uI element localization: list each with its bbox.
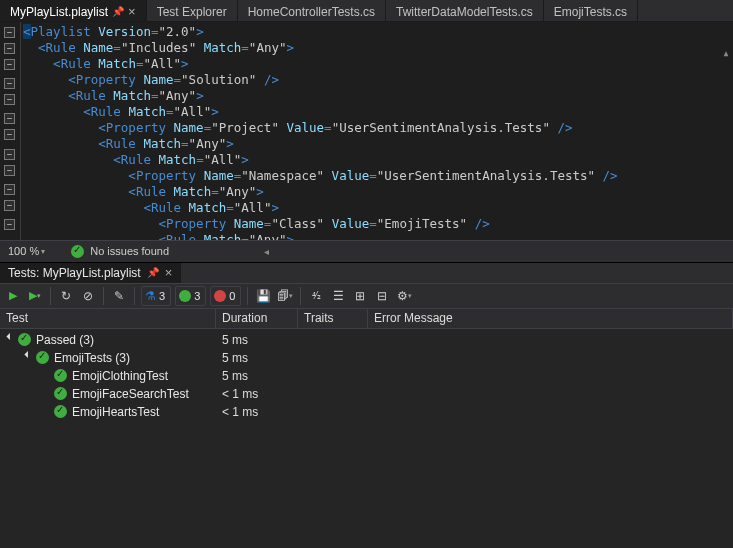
editor-tab[interactable]: EmojiTests.cs — [544, 0, 638, 21]
test-duration: 5 ms — [216, 369, 298, 383]
tests-toolbar: ▶ ▶▾ ↻ ⊘ ✎ ⚗ 3 3 0 💾 🗐▾ ⁴⁄₂ ☰ ⊞ ⊟ ⚙▾ — [0, 283, 733, 309]
code-line[interactable]: <Rule Match="Any"> — [23, 88, 733, 104]
expand-toggle[interactable] — [6, 335, 16, 345]
pin-icon[interactable]: 📌 — [112, 6, 124, 17]
fold-toggle[interactable]: − — [4, 94, 15, 105]
clear-results-button[interactable]: ⊘ — [79, 286, 97, 306]
scroll-left-icon[interactable]: ◂ — [260, 245, 272, 259]
fold-toggle[interactable]: − — [4, 219, 15, 230]
expand-toggle[interactable] — [24, 353, 34, 363]
settings-button[interactable]: ⚙▾ — [395, 286, 413, 306]
fold-toggle[interactable]: − — [4, 43, 15, 54]
test-row[interactable]: EmojiHeartsTest< 1 ms — [0, 403, 733, 421]
pass-icon — [54, 387, 67, 400]
total-count: 3 — [159, 290, 165, 302]
save-button[interactable]: 💾 — [254, 286, 272, 306]
fold-gutter: −−−−−−−−−−−− — [0, 22, 20, 240]
code-line[interactable]: <Playlist Version="2.0"> — [23, 24, 733, 40]
col-traits-header[interactable]: Traits — [298, 309, 368, 328]
test-row[interactable]: EmojiClothingTest5 ms — [0, 367, 733, 385]
tab-label: MyPlayList.playlist — [10, 5, 108, 19]
fold-toggle[interactable]: − — [4, 184, 15, 195]
editor-tab[interactable]: TwitterDataModelTests.cs — [386, 0, 544, 21]
tab-label: Test Explorer — [157, 5, 227, 19]
fold-toggle[interactable]: − — [4, 149, 15, 160]
failed-tests-pill[interactable]: 0 — [210, 286, 241, 306]
flask-icon: ⚗ — [145, 289, 156, 303]
editor-status-bar: 100 % ▾ No issues found ◂ — [0, 240, 733, 262]
fold-toggle[interactable]: − — [4, 129, 15, 140]
tab-label: EmojiTests.cs — [554, 5, 627, 19]
issues-text: No issues found — [90, 245, 169, 257]
group-by-button[interactable]: ☰ — [329, 286, 347, 306]
check-icon — [71, 245, 84, 258]
code-line[interactable]: <Property Name="Class" Value="EmojiTests… — [23, 216, 733, 232]
code-line[interactable]: <Rule Name="Includes" Match="Any"> — [23, 40, 733, 56]
test-row[interactable]: Passed (3)5 ms — [0, 331, 733, 349]
tab-label: TwitterDataModelTests.cs — [396, 5, 533, 19]
fold-toggle[interactable]: − — [4, 59, 15, 70]
editor-tab[interactable]: MyPlayList.playlist📌× — [0, 0, 147, 21]
fold-toggle[interactable]: − — [4, 200, 15, 211]
issues-status[interactable]: No issues found — [71, 245, 169, 258]
tests-tab-label: Tests: MyPlayList.playlist — [8, 266, 141, 280]
test-duration: 5 ms — [216, 333, 298, 347]
playlist-button[interactable]: 🗐▾ — [276, 286, 294, 306]
test-duration: < 1 ms — [216, 405, 298, 419]
fold-toggle[interactable]: − — [4, 78, 15, 89]
test-label: Passed (3) — [36, 333, 94, 347]
scroll-up-icon[interactable]: ▴ — [719, 46, 733, 60]
close-icon[interactable]: × — [165, 265, 173, 280]
zoom-level[interactable]: 100 % ▾ — [0, 245, 53, 257]
col-duration-header[interactable]: Duration — [216, 309, 298, 328]
passed-count: 3 — [194, 290, 200, 302]
pass-icon — [54, 405, 67, 418]
code-editor[interactable]: −−−−−−−−−−−− <Playlist Version="2.0"> <R… — [0, 22, 733, 240]
tests-pane-tab[interactable]: Tests: MyPlayList.playlist 📌 × — [0, 263, 181, 283]
fold-toggle[interactable]: − — [4, 27, 15, 38]
collapse-button[interactable]: ⊟ — [373, 286, 391, 306]
fold-toggle[interactable]: − — [4, 165, 15, 176]
test-row[interactable]: EmojiTests (3)5 ms — [0, 349, 733, 367]
pass-icon — [54, 369, 67, 382]
pass-icon — [179, 290, 191, 302]
edit-playlist-button[interactable]: ✎ — [110, 286, 128, 306]
code-line[interactable]: <Rule Match="All"> — [23, 200, 733, 216]
code-line[interactable]: <Property Name="Solution" /> — [23, 72, 733, 88]
failed-count: 0 — [229, 290, 235, 302]
run-button[interactable]: ▶▾ — [26, 286, 44, 306]
pass-icon — [36, 351, 49, 364]
code-line[interactable]: <Rule Match="All"> — [23, 152, 733, 168]
profile-button[interactable]: ⁴⁄₂ — [307, 286, 325, 306]
results-grid-header: Test Duration Traits Error Message — [0, 309, 733, 329]
code-area[interactable]: <Playlist Version="2.0"> <Rule Name="Inc… — [20, 22, 733, 240]
test-label: EmojiFaceSearchTest — [72, 387, 189, 401]
code-line[interactable]: <Rule Match="Any"> — [23, 232, 733, 240]
test-results-tree[interactable]: Passed (3)5 msEmojiTests (3)5 msEmojiClo… — [0, 329, 733, 549]
expand-button[interactable]: ⊞ — [351, 286, 369, 306]
passed-tests-pill[interactable]: 3 — [175, 286, 206, 306]
editor-tab[interactable]: HomeControllerTests.cs — [238, 0, 386, 21]
chevron-down-icon: ▾ — [41, 247, 45, 256]
code-line[interactable]: <Rule Match="All"> — [23, 56, 733, 72]
code-line[interactable]: <Rule Match="Any"> — [23, 136, 733, 152]
code-line[interactable]: <Property Name="Namespace" Value="UserSe… — [23, 168, 733, 184]
col-test-header[interactable]: Test — [0, 309, 216, 328]
editor-tab[interactable]: Test Explorer — [147, 0, 238, 21]
repeat-button[interactable]: ↻ — [57, 286, 75, 306]
editor-tab-bar: MyPlayList.playlist📌×Test ExplorerHomeCo… — [0, 0, 733, 22]
code-line[interactable]: <Rule Match="All"> — [23, 104, 733, 120]
run-all-button[interactable]: ▶ — [4, 286, 22, 306]
test-duration: < 1 ms — [216, 387, 298, 401]
code-line[interactable]: <Rule Match="Any"> — [23, 184, 733, 200]
test-label: EmojiTests (3) — [54, 351, 130, 365]
col-error-header[interactable]: Error Message — [368, 309, 733, 328]
total-tests-pill[interactable]: ⚗ 3 — [141, 286, 171, 306]
pin-icon[interactable]: 📌 — [147, 267, 159, 278]
close-icon[interactable]: × — [128, 4, 136, 19]
zoom-value: 100 % — [8, 245, 39, 257]
fold-toggle[interactable]: − — [4, 113, 15, 124]
test-duration: 5 ms — [216, 351, 298, 365]
code-line[interactable]: <Property Name="Project" Value="UserSent… — [23, 120, 733, 136]
test-row[interactable]: EmojiFaceSearchTest< 1 ms — [0, 385, 733, 403]
